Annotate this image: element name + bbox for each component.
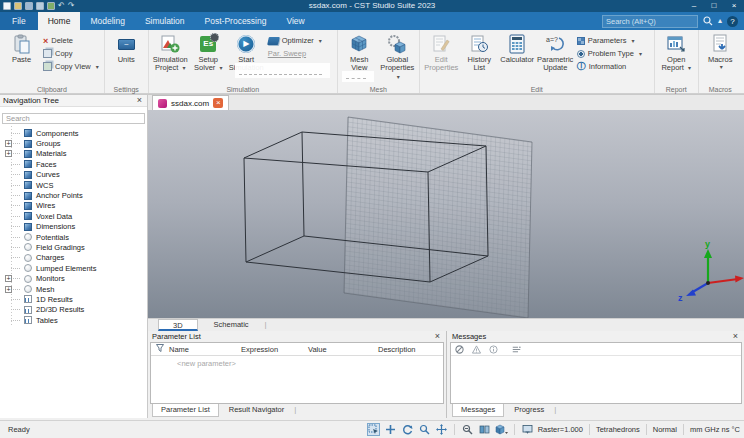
tab-progress[interactable]: Progress [506, 404, 552, 417]
help-icon[interactable]: ? [727, 16, 738, 27]
tree-item-1d-results[interactable]: 1D Results [0, 294, 147, 304]
search-icon[interactable] [703, 16, 713, 26]
mesh-type-status[interactable]: Tetrahedrons [596, 425, 640, 434]
info-filter-icon[interactable] [489, 345, 498, 354]
global-properties-button[interactable]: Global Properties ▾ [379, 32, 416, 81]
copy-button[interactable]: Copy [41, 47, 101, 60]
calculator-button[interactable]: Calculator [499, 32, 536, 64]
tab-messages[interactable]: Messages [452, 404, 504, 417]
tree-item-field-gradings[interactable]: Field Gradings [0, 242, 147, 252]
message-options-icon[interactable] [512, 345, 521, 354]
tab-file[interactable]: File [0, 12, 38, 30]
delete-button[interactable]: ×Delete [41, 34, 101, 47]
close-icon[interactable]: × [433, 332, 442, 341]
tab-view[interactable]: View [276, 12, 314, 30]
pan-tool-icon[interactable] [435, 423, 448, 436]
filter-icon[interactable] [151, 344, 169, 354]
edit-properties-button[interactable]: Edit Properties [423, 32, 460, 73]
save-as-icon[interactable] [36, 2, 44, 10]
select-tool-icon[interactable] [367, 423, 380, 436]
tree-item-wcs[interactable]: WCS [0, 180, 147, 190]
tree-item-wires[interactable]: Wires [0, 201, 147, 211]
view-cube-icon[interactable] [495, 423, 508, 436]
close-button[interactable]: × [724, 0, 744, 12]
document-tab[interactable]: ssdax.com × [152, 95, 229, 110]
tree-item-curves[interactable]: Curves [0, 170, 147, 180]
simulation-project-button[interactable]: Simulation Project ▾ [152, 32, 189, 73]
warning-filter-icon[interactable] [472, 345, 481, 354]
units-status[interactable]: mm GHz ns °C [690, 425, 740, 434]
tree-item-mesh[interactable]: +Mesh [0, 284, 147, 294]
expand-icon[interactable]: + [5, 275, 12, 282]
expand-icon[interactable]: + [5, 286, 12, 293]
tab-parameter-list[interactable]: Parameter List [152, 404, 219, 417]
macros-button[interactable]: Macros ▾ [702, 32, 739, 71]
export-icon[interactable] [47, 2, 55, 10]
tree-item-dimensions[interactable]: Dimensions [0, 222, 147, 232]
maximize-button[interactable]: □ [704, 0, 724, 12]
tree-item-materials[interactable]: +Materials [0, 149, 147, 159]
tab-simulation[interactable]: Simulation [135, 12, 195, 30]
open-project-icon[interactable] [14, 2, 22, 10]
tab-post-processing[interactable]: Post-Processing [195, 12, 277, 30]
column-expression[interactable]: Expression [241, 345, 308, 354]
mesh-view-button[interactable]: Mesh View [341, 32, 378, 73]
search-input[interactable] [602, 15, 698, 28]
tab-modeling[interactable]: Modeling [80, 12, 135, 30]
tree-item-label: 1D Results [36, 295, 73, 304]
copy-view-icon [43, 62, 52, 71]
tab-3d[interactable]: 3D [158, 319, 198, 331]
new-project-icon[interactable] [3, 2, 11, 10]
tab-schematic[interactable]: Schematic [200, 319, 263, 331]
clipping-planes-icon[interactable] [478, 423, 491, 436]
error-filter-icon[interactable] [455, 345, 464, 354]
close-icon[interactable]: × [731, 332, 740, 341]
parameters-button[interactable]: Parameters▾ [575, 34, 651, 47]
raster-icon[interactable] [521, 423, 534, 436]
expand-icon[interactable]: + [5, 140, 12, 147]
tree-item-monitors[interactable]: +Monitors [0, 273, 147, 283]
new-parameter-row[interactable]: <new parameter> [151, 356, 443, 368]
setup-solver-button[interactable]: Es Setup Solver ▾ [190, 32, 227, 73]
paste-button[interactable]: Paste [3, 32, 40, 64]
tree-item-components[interactable]: Components [0, 128, 147, 138]
parametric-update-button[interactable]: a=? Parametric Update [537, 32, 574, 73]
redo-icon[interactable]: ↷ [68, 2, 75, 10]
problem-type-button[interactable]: Problem Type▾ [575, 47, 651, 60]
rotate-tool-icon[interactable] [401, 423, 414, 436]
tree-item-lumped-elements[interactable]: Lumped Elements [0, 263, 147, 273]
information-button[interactable]: ⓘInformation [575, 60, 651, 73]
tree-search-input[interactable] [2, 113, 145, 124]
minimize-button[interactable]: – [684, 0, 704, 12]
optimizer-button[interactable]: Optimizer▾ [266, 34, 334, 47]
tab-result-navigator[interactable]: Result Navigator [221, 404, 292, 417]
tree-item-2d-3d-results[interactable]: 2D/3D Results [0, 305, 147, 315]
move-tool-icon[interactable] [384, 423, 397, 436]
render-mode-status[interactable]: Normal [653, 425, 677, 434]
tree-item-faces[interactable]: Faces [0, 159, 147, 169]
tab-home[interactable]: Home [38, 12, 81, 30]
tree-item-charges[interactable]: Charges [0, 253, 147, 263]
tree-item-groups[interactable]: +Groups [0, 138, 147, 148]
column-description[interactable]: Description [378, 345, 443, 354]
zoom-window-icon[interactable] [461, 423, 474, 436]
par-sweep-button[interactable]: Par. Sweep [266, 47, 334, 60]
undo-icon[interactable]: ↶ [58, 2, 65, 10]
tree-item-anchor-points[interactable]: Anchor Points [0, 190, 147, 200]
history-list-button[interactable]: History List [461, 32, 498, 73]
collapse-ribbon-icon[interactable]: ▴ [718, 14, 722, 28]
tree-item-potentials[interactable]: Potentials [0, 232, 147, 242]
viewport-3d[interactable]: y x z [148, 110, 744, 318]
column-name[interactable]: Name [169, 345, 241, 354]
open-report-button[interactable]: Open Report ▾ [658, 32, 695, 73]
units-button[interactable]: ~ Units [108, 32, 145, 64]
tree-item-tables[interactable]: Tables [0, 315, 147, 325]
zoom-tool-icon[interactable] [418, 423, 431, 436]
save-icon[interactable] [25, 2, 33, 10]
close-tab-icon[interactable]: × [213, 98, 223, 108]
expand-icon[interactable]: + [5, 150, 12, 157]
column-value[interactable]: Value [308, 345, 378, 354]
copy-view-button[interactable]: Copy View▾ [41, 60, 101, 73]
tree-item-voxel-data[interactable]: Voxel Data [0, 211, 147, 221]
close-icon[interactable]: × [135, 96, 144, 105]
